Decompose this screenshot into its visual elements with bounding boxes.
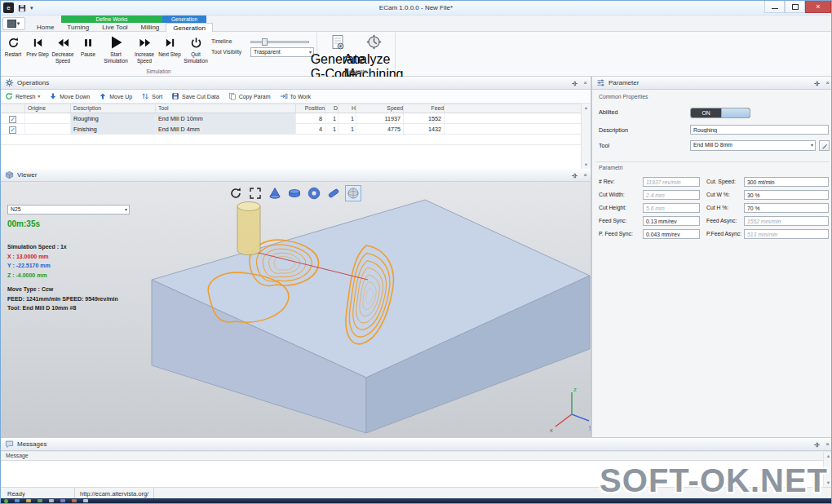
restart-icon (7, 37, 20, 49)
move-up-button[interactable]: Move Up (99, 92, 132, 100)
close-icon: × (816, 2, 820, 11)
tab-live-tool[interactable]: Live Tool (95, 23, 134, 32)
col-position[interactable]: Position (296, 104, 325, 113)
to-work-icon (280, 92, 288, 100)
tool-row: Tool End Mill D 8mm ▾ (592, 139, 832, 153)
cut-width-label: Cut Width: (599, 192, 625, 197)
tab-generation[interactable]: Generation (166, 23, 213, 32)
tab-turning[interactable]: Turning (60, 23, 95, 32)
show-stock-button[interactable] (286, 185, 303, 201)
save-cut-data-button[interactable]: Save Cut Data (171, 92, 219, 100)
show-torus-button[interactable] (306, 185, 322, 201)
refresh-button[interactable]: Refresh ▾ (5, 92, 40, 100)
close-panel-icon[interactable]: × (583, 79, 587, 87)
col-h[interactable]: H (339, 104, 356, 113)
rev-field[interactable] (643, 177, 700, 187)
timeline-thumb[interactable] (262, 38, 268, 46)
operations-scrollbar[interactable]: ▲ ▼ (581, 104, 591, 169)
feed-async-field[interactable] (744, 216, 829, 226)
maximize-button[interactable] (785, 1, 805, 13)
prev-step-icon (32, 37, 44, 49)
rotate-view-button[interactable] (228, 185, 244, 201)
abilited-toggle[interactable]: ON (690, 108, 750, 118)
start-orb-icon[interactable] (4, 499, 8, 503)
cut-h-pct-field[interactable] (744, 203, 829, 213)
row-checkbox[interactable]: ✓ (9, 126, 16, 134)
taskbar-app-icon[interactable] (72, 499, 77, 502)
next-step-button[interactable]: Next Step (157, 32, 182, 64)
col-origine[interactable]: Origine (25, 104, 71, 113)
start-simulation-button[interactable]: Start Simulation (100, 32, 131, 64)
tab-milling[interactable]: Milling (135, 23, 166, 32)
status-ready: Ready (1, 490, 74, 497)
taskbar-app-icon[interactable] (38, 499, 42, 502)
table-row[interactable]: ✓ Roughing End Mill D 10mm 8 1 1 11937 1… (1, 113, 581, 124)
tool-select[interactable]: End Mill D 8mm ▾ (690, 140, 816, 151)
pin-icon[interactable] (813, 80, 821, 87)
viewer-panel-icon (5, 170, 14, 179)
show-sphere-button[interactable] (345, 185, 361, 201)
taskbar-app-icon[interactable] (83, 499, 88, 502)
cut-w-pct-field[interactable] (744, 190, 829, 200)
close-panel-icon[interactable]: × (825, 79, 830, 87)
minimize-button[interactable] (764, 1, 785, 13)
fit-view-button[interactable] (247, 185, 263, 201)
parameter-panel: Parameter × Common Properties Abilited O… (591, 77, 832, 437)
p-feed-sync-field[interactable] (643, 229, 700, 239)
taskbar-app-icon[interactable] (26, 499, 31, 502)
taskbar-app-icon[interactable] (60, 499, 65, 502)
taskbar-app-icon[interactable] (15, 499, 20, 502)
pin-icon[interactable] (571, 172, 578, 179)
tool-visibility-select[interactable]: Trasparent ▾ (250, 47, 314, 57)
block-select[interactable]: N25 ▾ (7, 205, 130, 214)
cut-speed-field[interactable] (744, 177, 829, 187)
pin-icon[interactable] (571, 80, 578, 87)
close-panel-icon[interactable]: × (825, 440, 830, 449)
prev-step-button[interactable]: Prev Step (25, 32, 50, 64)
scroll-down-icon[interactable]: ▼ (582, 161, 591, 169)
viewer-3d-viewport[interactable]: z x y (1, 182, 591, 437)
timeline-slider[interactable] (250, 38, 309, 46)
sort-button[interactable]: Sort (141, 92, 162, 100)
description-field[interactable] (690, 125, 829, 135)
tab-home[interactable]: Home (30, 23, 60, 32)
row-checkbox[interactable]: ✓ (9, 116, 16, 123)
col-d[interactable]: D (325, 104, 339, 113)
close-panel-icon[interactable]: × (583, 171, 587, 179)
restart-button[interactable]: Restart (1, 32, 25, 64)
show-cone-button[interactable] (267, 185, 283, 201)
copy-param-button[interactable]: Copy Param (228, 92, 271, 100)
table-row[interactable]: ✓ Finishing End Mill D 4mm 4 1 1 4775 14… (1, 124, 581, 135)
pause-button[interactable]: Pause (76, 32, 100, 64)
taskbar-app-icon[interactable] (49, 499, 54, 502)
col-tool[interactable]: Tool (156, 104, 296, 113)
col-description[interactable]: Description (71, 104, 156, 113)
col-speed[interactable]: Speed (356, 104, 404, 113)
app-menu-button[interactable]: ▾ (2, 17, 25, 30)
timeline-track (250, 41, 309, 43)
feed-speed-text: FEED: 1241mm/min SPEED: 9549rev/min (7, 294, 118, 304)
decrease-speed-button[interactable]: Decrease Speed (50, 32, 76, 64)
quit-simulation-button[interactable]: Quit Simulation (182, 32, 210, 64)
app-menu-caret-icon: ▾ (17, 20, 20, 27)
cylinder-icon (288, 187, 301, 200)
move-down-button[interactable]: Move Down (49, 92, 90, 100)
message-column-header[interactable]: Message (1, 451, 832, 461)
cut-width-field[interactable] (643, 190, 700, 200)
toggle-knob[interactable] (721, 108, 750, 117)
to-work-button[interactable]: To Work (280, 92, 312, 100)
pin-icon[interactable] (813, 441, 821, 449)
scroll-up-icon[interactable]: ▲ (824, 452, 832, 460)
col-feed[interactable]: Feed (404, 104, 445, 113)
tool-label: Tool (599, 142, 609, 149)
close-button[interactable]: × (805, 1, 831, 13)
edit-tool-button[interactable] (819, 140, 830, 151)
ribbon-tabstrip: ▾ Define Works Generation Home Turning L… (1, 15, 831, 32)
feed-sync-field[interactable] (643, 216, 700, 226)
p-feed-async-field[interactable] (744, 229, 829, 239)
show-tube-button[interactable] (325, 185, 342, 201)
cut-height-field[interactable] (643, 203, 700, 213)
scroll-up-icon[interactable]: ▲ (582, 104, 591, 112)
contextual-group-generation: Generation (162, 15, 206, 23)
increase-speed-button[interactable]: Increase Speed (131, 32, 157, 64)
